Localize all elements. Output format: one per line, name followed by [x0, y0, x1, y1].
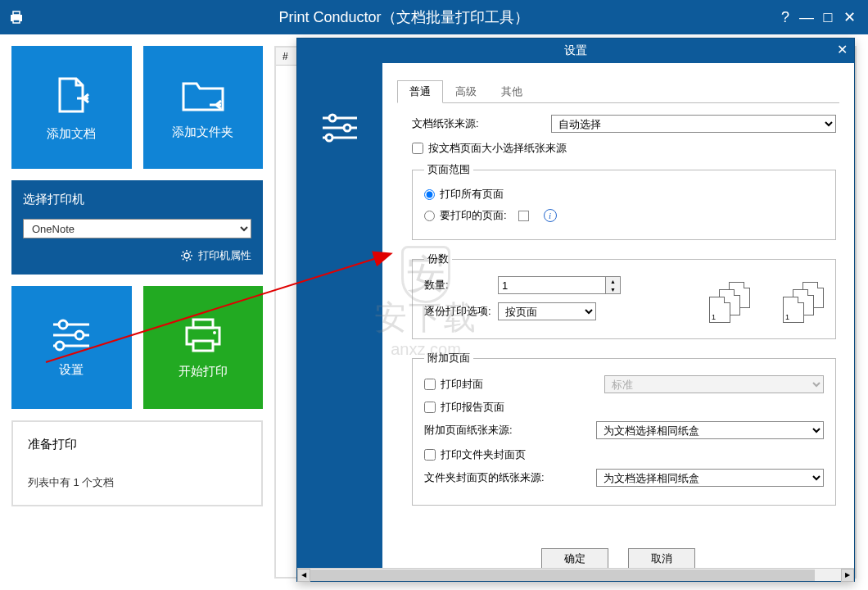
- ok-button[interactable]: 确定: [541, 548, 608, 570]
- printer-properties-label: 打印机属性: [198, 248, 251, 263]
- collate-label: 逐份打印选项:: [424, 304, 498, 319]
- titlebar: Print Conductor（文档批量打印工具） ? — □ ✕: [0, 0, 868, 34]
- maximize-button[interactable]: □: [817, 7, 839, 28]
- additional-source-label: 附加页面纸张来源:: [424, 423, 596, 438]
- collate-select[interactable]: 按页面: [498, 302, 596, 320]
- paper-source-label: 文档纸张来源:: [412, 116, 551, 131]
- copies-fieldset: 份数 数量: ▲▼ 逐份打印选项:: [412, 252, 836, 339]
- svg-rect-2: [13, 20, 20, 23]
- quantity-label: 数量:: [424, 278, 498, 293]
- app-title: Print Conductor（文档批量打印工具）: [33, 7, 775, 27]
- printer-panel-title: 选择打印机: [23, 192, 251, 207]
- select-by-pagesize-checkbox[interactable]: 按文档页面大小选择纸张来源: [412, 141, 836, 156]
- sliders-icon: [321, 112, 359, 143]
- collate-icon-2: 3 2 1: [783, 282, 824, 323]
- settings-tile[interactable]: 设置: [11, 286, 132, 409]
- cover-style-select: 标准: [604, 375, 824, 393]
- tab-general[interactable]: 普通: [397, 80, 443, 103]
- copies-legend: 份数: [424, 252, 452, 266]
- print-folder-cover-checkbox[interactable]: 打印文件夹封面页: [424, 447, 824, 462]
- quantity-input[interactable]: [499, 277, 605, 293]
- svg-point-7: [75, 331, 84, 339]
- dialog-content: 普通 高级 其他 文档纸张来源: 自动选择 按文档页面大小选择纸张来源 页面范围: [382, 63, 854, 581]
- start-print-label: 开始打印: [179, 364, 228, 379]
- start-print-tile[interactable]: 开始打印: [143, 286, 264, 409]
- svg-point-17: [344, 125, 350, 131]
- svg-point-13: [213, 331, 216, 334]
- printer-large-icon: [182, 316, 224, 354]
- add-document-tile[interactable]: 添加文档: [11, 46, 132, 169]
- gear-icon: [180, 249, 193, 262]
- additional-legend: 附加页面: [424, 351, 473, 365]
- tab-advanced[interactable]: 高级: [443, 80, 489, 103]
- pages-to-print-radio[interactable]: 要打印的页面: i: [424, 208, 824, 223]
- dialog-sidebar: [297, 63, 382, 581]
- settings-dialog: 设置 ✕ 普通 高级 其他 文档纸张来源: 自动选择: [296, 38, 855, 582]
- paper-source-select[interactable]: 自动选择: [551, 115, 836, 133]
- page-range-fieldset: 页面范围 打印所有页面 要打印的页面: i: [412, 162, 836, 240]
- scroll-right-button[interactable]: ▶: [841, 569, 854, 582]
- collate-icon-1: 3 2 1: [709, 282, 750, 323]
- quantity-spinner[interactable]: ▲▼: [498, 276, 621, 294]
- status-title: 准备打印: [28, 437, 246, 452]
- add-document-label: 添加文档: [47, 126, 96, 142]
- dialog-tabs: 普通 高级 其他: [397, 79, 839, 103]
- svg-rect-11: [193, 320, 213, 328]
- folder-cover-source-label: 文件夹封面页的纸张来源:: [424, 470, 596, 485]
- svg-point-3: [184, 253, 189, 258]
- dialog-title-bar: 设置 ✕: [297, 39, 854, 63]
- folder-cover-source-select[interactable]: 为文档选择相同纸盒: [596, 469, 824, 487]
- page-range-legend: 页面范围: [424, 162, 473, 177]
- sliders-icon: [50, 318, 93, 352]
- scroll-left-button[interactable]: ◀: [297, 569, 310, 582]
- print-all-radio[interactable]: 打印所有页面: [424, 187, 824, 202]
- printer-properties-link[interactable]: 打印机属性: [23, 248, 251, 263]
- scroll-thumb[interactable]: [310, 570, 815, 581]
- print-report-checkbox[interactable]: 打印报告页面: [424, 400, 824, 415]
- info-icon[interactable]: i: [544, 209, 557, 222]
- cancel-button[interactable]: 取消: [628, 548, 695, 570]
- status-subtitle: 列表中有 1 个文档: [28, 475, 246, 490]
- folder-icon: [180, 75, 226, 115]
- print-cover-checkbox[interactable]: 打印封面: [424, 377, 588, 392]
- dialog-title: 设置: [564, 43, 587, 58]
- svg-point-15: [329, 115, 336, 121]
- pages-input[interactable]: [518, 211, 529, 221]
- additional-pages-fieldset: 附加页面 打印封面 标准 打印报告页面 附加页面纸张来源: 为文档选择相同纸盒: [412, 351, 836, 506]
- dialog-close-button[interactable]: ✕: [837, 42, 848, 57]
- printer-panel: 选择打印机 OneNote 打印机属性: [11, 180, 263, 275]
- svg-point-19: [326, 134, 332, 141]
- help-button[interactable]: ?: [775, 7, 796, 28]
- tab-other[interactable]: 其他: [489, 80, 535, 103]
- settings-label: 设置: [59, 362, 84, 378]
- minimize-button[interactable]: —: [796, 7, 817, 28]
- status-panel: 准备打印 列表中有 1 个文档: [11, 420, 263, 506]
- printer-icon: [8, 9, 25, 25]
- add-folder-label: 添加文件夹: [172, 125, 233, 140]
- svg-point-5: [59, 320, 67, 329]
- close-button[interactable]: ✕: [839, 7, 860, 28]
- svg-point-9: [56, 342, 64, 350]
- dialog-hscrollbar[interactable]: ◀ ▶: [297, 568, 854, 581]
- svg-rect-1: [13, 11, 20, 15]
- spin-up[interactable]: ▲: [606, 277, 620, 285]
- svg-rect-12: [193, 341, 213, 351]
- additional-source-select[interactable]: 为文档选择相同纸盒: [596, 421, 824, 439]
- collate-preview: 3 2 1 3 2 1: [709, 282, 824, 323]
- printer-select[interactable]: OneNote: [23, 219, 251, 238]
- spin-down[interactable]: ▼: [606, 285, 620, 293]
- left-column: 添加文档 添加文件夹 选择打印机 OneNote 打印机属性: [0, 34, 274, 590]
- document-icon: [50, 74, 93, 116]
- add-folder-tile[interactable]: 添加文件夹: [143, 46, 264, 169]
